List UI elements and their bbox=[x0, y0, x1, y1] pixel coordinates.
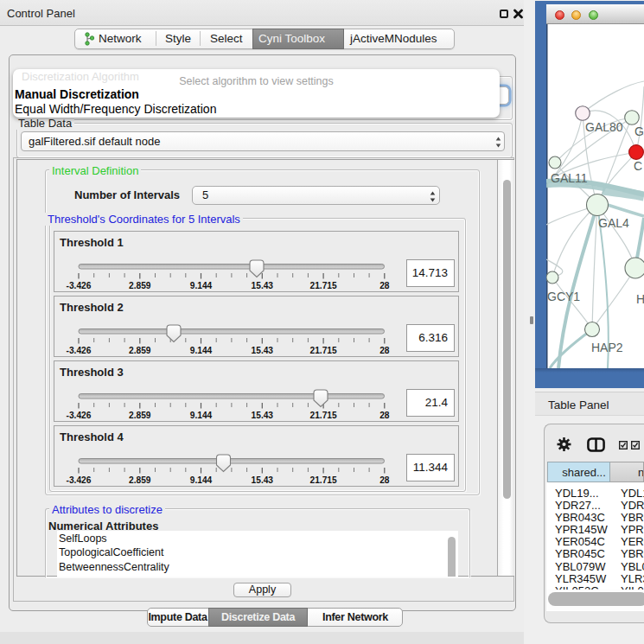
svg-text:GAL80: GAL80 bbox=[585, 120, 623, 134]
svg-text:9.144: 9.144 bbox=[190, 475, 213, 485]
svg-text:2.859: 2.859 bbox=[129, 346, 151, 355]
svg-text:21.715: 21.715 bbox=[310, 411, 337, 420]
svg-text:28: 28 bbox=[379, 411, 390, 420]
svg-text:2.859: 2.859 bbox=[129, 281, 151, 290]
svg-text:GAL4: GAL4 bbox=[598, 216, 629, 230]
svg-text:15.43: 15.43 bbox=[252, 346, 274, 355]
svg-text:15.43: 15.43 bbox=[252, 411, 274, 420]
svg-text:C: C bbox=[634, 159, 642, 173]
svg-text:15.43: 15.43 bbox=[252, 475, 274, 485]
svg-text:28: 28 bbox=[379, 475, 390, 485]
svg-text:9.144: 9.144 bbox=[190, 346, 213, 355]
svg-text:GA: GA bbox=[634, 124, 644, 138]
svg-text:GCY1: GCY1 bbox=[547, 290, 580, 303]
svg-text:9.144: 9.144 bbox=[190, 411, 213, 420]
svg-text:15.43: 15.43 bbox=[252, 281, 274, 290]
svg-text:HAP2: HAP2 bbox=[591, 341, 623, 354]
svg-text:2.859: 2.859 bbox=[129, 475, 151, 485]
svg-text:28: 28 bbox=[379, 281, 390, 290]
svg-text:-3.426: -3.426 bbox=[67, 411, 92, 420]
svg-text:-3.426: -3.426 bbox=[67, 281, 92, 290]
svg-text:H: H bbox=[636, 292, 644, 306]
svg-text:21.715: 21.715 bbox=[310, 346, 337, 355]
svg-text:21.715: 21.715 bbox=[310, 281, 337, 290]
svg-text:21.715: 21.715 bbox=[310, 475, 337, 485]
svg-text:-3.426: -3.426 bbox=[67, 346, 92, 355]
svg-text:28: 28 bbox=[379, 346, 390, 355]
svg-text:GAL11: GAL11 bbox=[551, 171, 588, 185]
svg-text:9.144: 9.144 bbox=[190, 281, 213, 290]
svg-text:-3.426: -3.426 bbox=[67, 475, 92, 485]
svg-text:2.859: 2.859 bbox=[129, 411, 151, 420]
